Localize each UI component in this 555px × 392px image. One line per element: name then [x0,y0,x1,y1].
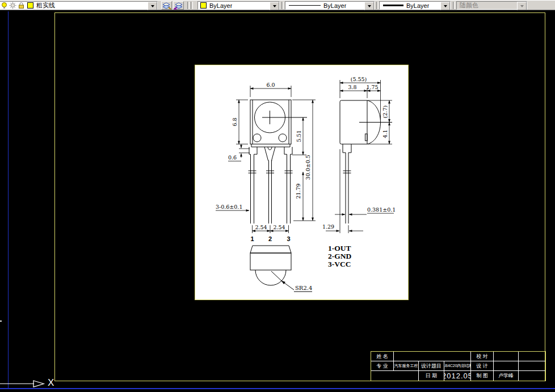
edge-tick [0,321,2,322]
titleblock-drafter-value: 卢学峰 [494,371,519,381]
dim-label-depth-total: (5.55) [351,76,367,82]
chevron-down-icon[interactable] [440,2,450,10]
dim-label-width: 6.0 [266,82,275,88]
titleblock-empty-cell [371,371,419,381]
linetype-dropdown[interactable]: ByLayer [285,1,375,10]
titleblock-designer-value [494,361,519,371]
linetype-sample [289,5,321,6]
titleblock-empty-cell [519,352,545,361]
sun-icon[interactable] [9,2,16,9]
lineweight-value: ByLayer [406,2,429,9]
linetype-value: ByLayer [323,2,346,9]
canvas-border-left [8,11,9,388]
make-object-layer-current-button[interactable] [161,1,172,10]
part-drawing-sheet: 6.0 6.8 5.51 30.0±0.5 21.79 3-0.6±0.1 0.… [195,65,409,300]
titleblock-designer-label: 设 计 [471,361,494,371]
current-layer-name: 粗实线 [36,1,55,10]
dim-label-pitch-b: 2.54 [273,224,285,230]
dim-label-lead-width: 3-0.6±0.1 [216,204,242,210]
dim-label-lens-radius: SR2.4 [295,285,312,291]
titleblock-major-label: 专 业 [371,361,394,371]
ucs-x-axis-line [0,383,34,384]
titleblock-empty-cell [519,371,545,381]
dim-label-axis-bottom: 4.1 [382,129,388,138]
layer-dropdown[interactable]: 粗实线 [0,1,158,10]
ucs-arrowhead-icon [33,376,47,392]
titleblock-empty-cell [519,361,545,371]
titleblock-date-label: 日 期 [419,371,444,381]
pin-legend-1: 1-OUT [328,244,351,252]
color-value: ByLayer [209,2,232,9]
lock-icon[interactable] [18,2,25,9]
pin-number-3: 3 [287,235,290,242]
layers-properties-toolbar: 粗实线 ByLayer ByLayer ByLayer [0,0,555,10]
bulb-icon[interactable] [1,2,8,9]
chevron-down-icon [517,2,527,10]
titleblock-topic-label: 设计题目 [419,361,444,371]
dim-label-lead-thickness: 0.381±0.1 [367,206,396,213]
chevron-down-icon[interactable] [364,2,374,10]
chevron-down-icon[interactable] [270,2,279,10]
titleblock-drafter-label: 制 图 [471,371,494,381]
toolbar-separator [376,2,379,9]
titleblock-name-value [394,352,471,361]
dim-label-top-axis: (2.7) [382,106,388,119]
titleblock-date-value: 2012.05 [444,371,471,381]
toolbar-separator [191,2,193,9]
layer-color-swatch [27,2,33,9]
dim-label-body-depth: 3.8 [348,84,356,90]
toolbar-separator [281,2,284,9]
titleblock-name-label: 姓 名 [371,352,394,361]
front-view-geometry [249,100,308,224]
dim-label-height: 6.8 [232,117,238,126]
dim-label-overall: 30.0±0.5 [305,155,311,180]
titleblock-check-label: 校 对 [471,352,494,361]
titleblock-major-value: 汽车服务工程 [394,361,419,371]
dim-label-lead-length: 21.79 [295,183,301,199]
ucs-x-axis-label: X [48,377,54,389]
title-block: 姓 名 校 对 专 业 汽车服务工程 设计题目 2.B4C20内部结构 设 计 … [371,351,546,381]
lineweight-sample [383,5,403,6]
dim-label-lens-depth: 1.75 [366,84,378,90]
toolbar-separator [453,2,455,9]
lineweight-dropdown[interactable]: ByLayer [379,1,451,10]
dim-label-lead-setback: 1.29 [322,224,334,230]
titleblock-check-value [494,352,519,361]
pin-legend-2: 2-GND [328,252,351,260]
toolbar-separator [187,2,190,9]
chevron-down-icon[interactable] [148,2,157,10]
layer-previous-button[interactable] [173,1,184,10]
titleblock-topic-value: 2.B4C20内部结构 [444,361,471,371]
pin-number-2: 2 [268,235,272,242]
canvas-border-bottom [0,388,555,389]
color-swatch [200,2,207,9]
autocad-window: 粗实线 ByLayer ByLayer ByLayer [0,0,555,392]
dim-label-standoff: 0.6 [228,154,237,161]
drawing-canvas[interactable]: 6.0 6.8 5.51 30.0±0.5 21.79 3-0.6±0.1 0.… [0,10,555,392]
side-view-geometry [340,100,392,224]
pin-legend-3: 3-VCC [328,260,351,268]
ucs-icon: X [0,376,62,392]
pin-number-1: 1 [250,235,254,242]
dim-label-pitch-a: 2.54 [255,224,267,230]
color-dropdown[interactable]: ByLayer [197,1,280,10]
plotstyle-dropdown: 随颜色 [456,1,527,10]
plotstyle-value: 随颜色 [460,1,478,10]
dim-label-lens-base: 5.51 [296,130,302,142]
